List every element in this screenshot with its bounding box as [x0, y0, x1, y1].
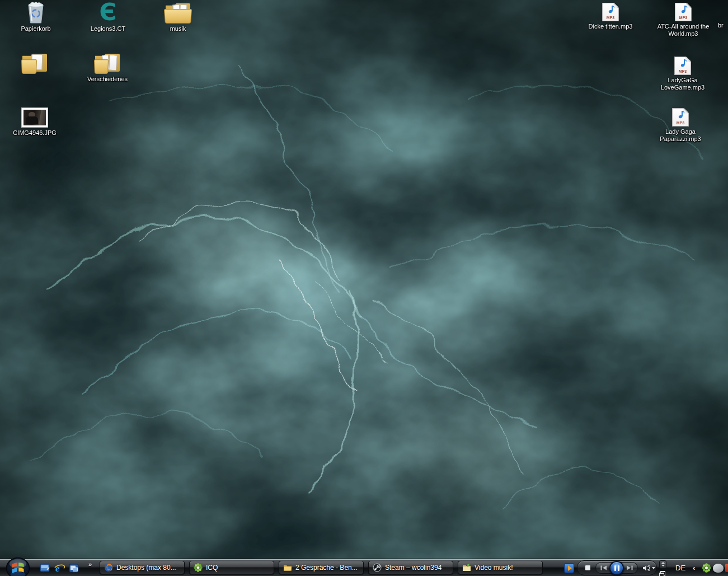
photo-thumbnail-icon	[21, 105, 48, 128]
icon-label: musik	[170, 25, 186, 32]
mp3-file-icon: MP3	[675, 1, 692, 21]
desktop-icon-papierkorb[interactable]: Papierkorb	[9, 1, 63, 32]
steam-icon	[373, 563, 382, 572]
task-buttons: Desktops (max 80... ICQ	[100, 561, 543, 574]
mp3-file-icon: MP3	[672, 106, 689, 127]
messenger-tray-icon[interactable]	[713, 564, 724, 573]
icon-label: Legions3.CT	[91, 25, 125, 32]
speaker-icon	[642, 565, 650, 572]
toolbar-spinner[interactable]	[659, 560, 666, 569]
icq-flower-icon	[194, 563, 203, 572]
desktop-icon-cimg4946[interactable]: CIMG4946.JPG	[8, 105, 62, 137]
recycle-bin-icon	[25, 1, 46, 24]
taskbar-button-label: 2 Gespräche - Ben...	[295, 564, 358, 572]
desktop-icon-ladygaga-lovegame-mp3[interactable]: MP3 LadyGaGa LoveGame.mp3	[655, 55, 711, 91]
desktop-icon-unlabeled-folder[interactable]	[8, 51, 62, 76]
clipped-icon-label: br	[718, 22, 728, 29]
windows-media-player-icon[interactable]	[564, 563, 574, 573]
yellow-folder-icon	[283, 563, 292, 572]
fractal-wallpaper	[0, 0, 728, 576]
wmp-toolbar	[564, 559, 667, 576]
svg-text:e: e	[55, 563, 60, 573]
folder-icon	[95, 51, 120, 74]
icon-label: Papierkorb	[21, 25, 50, 32]
media-folder-icon	[462, 563, 471, 572]
taskbar-button-video-musik[interactable]: Video musik!	[458, 561, 543, 574]
folder-icon	[165, 1, 191, 24]
desktop: Papierkorb Є Legions3.CT musik	[0, 0, 728, 576]
previous-track-button[interactable]	[600, 565, 607, 570]
volume-caret-icon	[652, 567, 655, 569]
next-track-button[interactable]	[626, 565, 633, 570]
icq-tray-icon[interactable]	[702, 563, 711, 573]
desktop-icon-musik[interactable]: musik	[151, 1, 205, 32]
system-tray	[702, 559, 724, 576]
quick-launch-bar: e »	[39, 559, 92, 576]
clipped-tray-icon[interactable]	[725, 564, 728, 572]
icon-label: Verschiedenes	[87, 76, 128, 83]
desktop-icon-dicke-titten-mp3[interactable]: MP3 Dicke titten.mp3	[580, 1, 641, 30]
taskbar-button-desktops[interactable]: Desktops (max 80...	[100, 561, 185, 574]
taskbar-button-label: Video musik!	[475, 564, 513, 572]
start-button[interactable]	[5, 557, 31, 576]
tray-collapse-chevron[interactable]: ‹	[693, 559, 695, 576]
icon-label: ATC-All around the World.mp3	[650, 23, 717, 38]
taskbar-button-icq[interactable]: ICQ	[189, 561, 274, 574]
taskbar-button-gespraeche[interactable]: 2 Gespräche - Ben...	[279, 561, 364, 574]
taskbar-button-label: Desktops (max 80...	[116, 564, 176, 572]
taskbar-button-label: Steam – wcolin394	[385, 564, 442, 572]
mp3-file-icon: MP3	[602, 1, 619, 21]
legions-logo-icon: Є	[100, 1, 117, 24]
switch-windows-icon[interactable]	[68, 563, 79, 574]
restore-player-icon[interactable]	[659, 571, 665, 576]
folder-icon	[22, 51, 48, 74]
quick-launch-overflow-chevron[interactable]: »	[88, 561, 92, 568]
taskbar: e » Deskt	[0, 559, 728, 576]
icon-label: CIMG4946.JPG	[13, 129, 57, 137]
internet-explorer-icon[interactable]: e	[54, 563, 65, 574]
taskbar-button-steam[interactable]: Steam – wcolin394	[368, 561, 453, 574]
language-indicator[interactable]: DE	[674, 559, 687, 576]
firefox-icon	[104, 563, 113, 572]
volume-button[interactable]	[642, 565, 655, 572]
show-desktop-icon[interactable]	[39, 563, 50, 574]
stop-button[interactable]	[582, 563, 593, 573]
pause-button[interactable]	[609, 561, 624, 575]
desktop-icon-lady-gaga-paparazzi-mp3[interactable]: MP3 Lady Gaga Paparazzi.mp3	[652, 106, 708, 143]
desktop-icon-verschiedenes[interactable]: Verschiedenes	[81, 51, 134, 83]
icon-label: LadyGaGa LoveGame.mp3	[655, 77, 711, 91]
icon-label: Dicke titten.mp3	[589, 23, 633, 30]
mp3-file-icon: MP3	[674, 55, 691, 75]
desktop-icon-atc-all-around-the-world-mp3[interactable]: MP3 ATC-All around the World.mp3	[650, 1, 717, 38]
taskbar-button-label: ICQ	[206, 564, 218, 572]
desktop-icon-legions3[interactable]: Є Legions3.CT	[81, 1, 135, 32]
icon-label: Lady Gaga Paparazzi.mp3	[652, 128, 708, 143]
